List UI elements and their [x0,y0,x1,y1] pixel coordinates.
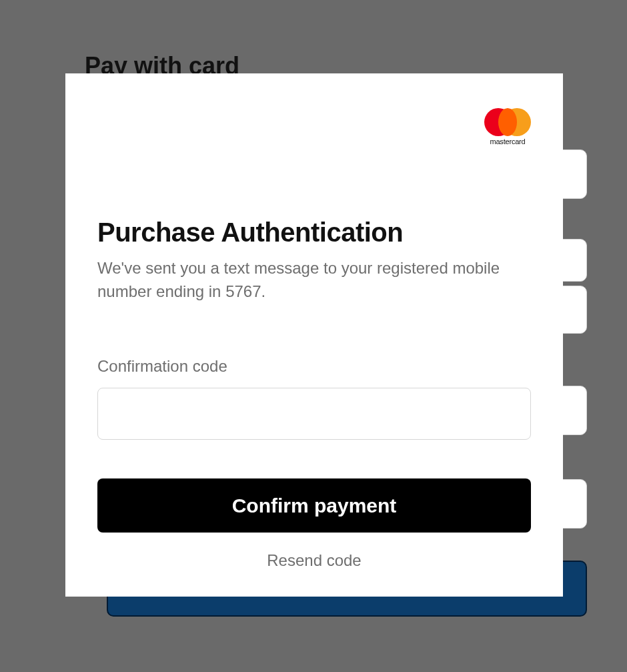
modal-description-suffix: . [261,282,266,300]
modal-description-prefix: We've sent you a text message to your re… [97,259,500,300]
confirmation-code-label: Confirmation code [97,357,531,376]
modal-phone-last4: 5767 [225,282,261,300]
confirmation-code-input[interactable] [97,388,531,440]
modal-title: Purchase Authentication [97,218,531,248]
modal-description: We've sent you a text message to your re… [97,257,531,304]
authentication-modal: mastercard Purchase Authentication We've… [65,73,563,597]
confirm-payment-button[interactable]: Confirm payment [97,478,531,533]
mastercard-icon [484,108,531,136]
card-brand: mastercard [484,108,531,145]
resend-code-button[interactable]: Resend code [97,551,531,570]
card-brand-label: mastercard [490,137,525,145]
